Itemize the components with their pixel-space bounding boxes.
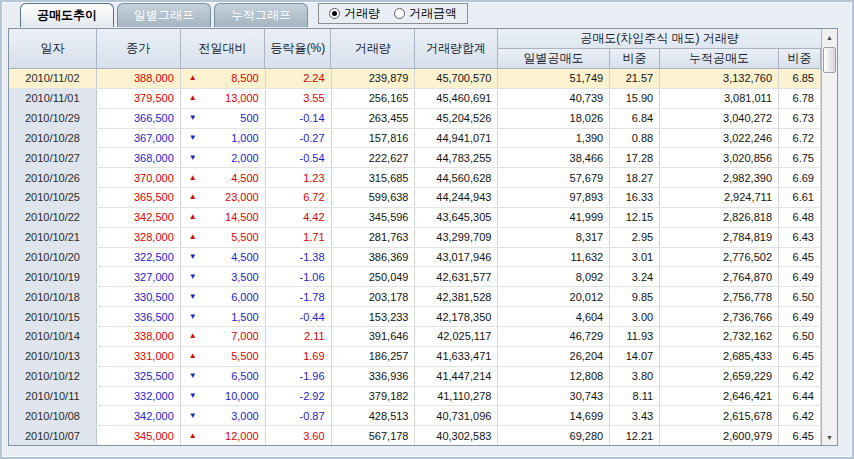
col-header-close[interactable]: 종가: [97, 29, 181, 69]
col-header-date[interactable]: 일자: [9, 29, 97, 69]
table-row[interactable]: 2010/10/12325,500▼6,500-1.96336,93641,44…: [9, 367, 821, 387]
table-row[interactable]: 2010/10/21328,000▲5,5001.71281,76343,299…: [9, 228, 821, 248]
cell-daily-short: 4,604: [498, 307, 610, 326]
up-arrow-icon: ▲: [189, 193, 197, 201]
cell-cum-ratio: 6.61: [779, 188, 821, 207]
cell-cum-short: 2,826,818: [660, 208, 779, 227]
cell-change: ▼3,500: [181, 267, 266, 286]
cell-change: ▲8,500: [181, 69, 266, 88]
cell-rate: -0.87: [266, 406, 332, 425]
cell-volume-total: 41,110,278: [415, 387, 498, 406]
scroll-down-button[interactable]: ▼: [822, 429, 837, 445]
cell-volume-total: 42,178,350: [415, 307, 498, 326]
col-header-volume[interactable]: 거래량: [331, 29, 415, 69]
table-row[interactable]: 2010/10/27368,000▼2,000-0.54222,62744,78…: [9, 148, 821, 168]
cell-date: 2010/10/28: [9, 129, 97, 148]
cell-change: ▼1,000: [181, 129, 266, 148]
down-arrow-icon: ▼: [189, 293, 197, 301]
cell-cum-short: 2,732,162: [660, 327, 779, 346]
col-group-short-selling: 공매도(차입주식 매도) 거래량 일별공매도 비중 누적공매도 비중: [498, 29, 821, 69]
cell-cum-ratio: 6.85: [779, 69, 821, 88]
col-header-rate[interactable]: 등락율(%): [265, 29, 331, 69]
table-row[interactable]: 2010/10/11332,000▼10,000-2.92379,18241,1…: [9, 387, 821, 407]
cell-volume: 186,257: [332, 347, 416, 366]
table-row[interactable]: 2010/10/07345,000▲12,0003.60567,17840,30…: [9, 426, 821, 445]
cell-daily-short: 11,632: [498, 248, 610, 267]
cell-volume: 379,182: [332, 387, 416, 406]
cell-date: 2010/10/11: [9, 387, 97, 406]
table-row[interactable]: 2010/10/29366,500▼500-0.14263,45545,204,…: [9, 109, 821, 129]
col-header-volume-total[interactable]: 거래량합계: [415, 29, 498, 69]
cell-close: 331,000: [97, 347, 181, 366]
tab-2[interactable]: 누적그래프: [214, 3, 308, 27]
table-row[interactable]: 2010/10/18330,500▼6,000-1.78203,17842,38…: [9, 287, 821, 307]
cell-cum-short: 2,784,819: [660, 228, 779, 247]
scrollbar-thumb[interactable]: [823, 47, 836, 73]
cell-daily-ratio: 15.90: [610, 89, 660, 108]
col-header-change[interactable]: 전일대비: [181, 29, 266, 69]
table-row[interactable]: 2010/10/26370,000▲4,5001.23315,68544,560…: [9, 168, 821, 188]
change-value: 1,500: [231, 311, 259, 323]
radio-icon[interactable]: [329, 8, 340, 19]
table-row[interactable]: 2010/10/08342,000▼3,000-0.87428,51340,73…: [9, 406, 821, 426]
down-arrow-icon: ▼: [189, 392, 197, 400]
cell-daily-ratio: 3.43: [610, 406, 660, 425]
cell-cum-ratio: 6.73: [779, 109, 821, 128]
up-arrow-icon: ▲: [189, 352, 197, 360]
cell-volume-total: 41,447,214: [415, 367, 498, 386]
cell-close: 379,500: [97, 89, 181, 108]
change-value: 6,500: [231, 370, 259, 382]
tab-1[interactable]: 일별그래프: [117, 3, 211, 27]
cell-volume: 428,513: [332, 406, 416, 425]
cell-daily-short: 41,999: [498, 208, 610, 227]
change-value: 12,000: [225, 430, 259, 442]
table-row[interactable]: 2010/10/25365,500▲23,0006.72599,63844,24…: [9, 188, 821, 208]
table-row[interactable]: 2010/10/22342,500▲14,5004.42345,59643,64…: [9, 208, 821, 228]
cell-close: 332,000: [97, 387, 181, 406]
cell-change: ▼6,500: [181, 367, 266, 386]
table-row[interactable]: 2010/11/01379,500▲13,0003.55256,16545,46…: [9, 89, 821, 109]
table-row[interactable]: 2010/10/15336,500▼1,500-0.44153,23342,17…: [9, 307, 821, 327]
vertical-scrollbar[interactable]: ▲ ▼: [821, 29, 837, 445]
scroll-up-button[interactable]: ▲: [822, 29, 837, 45]
cell-volume-total: 45,460,691: [415, 89, 498, 108]
cell-daily-ratio: 8.11: [610, 387, 660, 406]
cell-cum-ratio: 6.72: [779, 129, 821, 148]
table-row[interactable]: 2010/10/28367,000▼1,000-0.27157,81644,94…: [9, 129, 821, 149]
cell-cum-ratio: 6.42: [779, 367, 821, 386]
cell-cum-ratio: 6.44: [779, 387, 821, 406]
table-row[interactable]: 2010/10/14338,000▲7,0002.11391,64642,025…: [9, 327, 821, 347]
cell-close: 366,500: [97, 109, 181, 128]
cell-close: 368,000: [97, 148, 181, 167]
change-value: 5,500: [231, 350, 259, 362]
cell-volume-total: 40,302,583: [415, 426, 498, 445]
cell-daily-ratio: 2.95: [610, 228, 660, 247]
cell-daily-short: 51,749: [498, 69, 610, 88]
cell-date: 2010/10/07: [9, 426, 97, 445]
table-row[interactable]: 2010/10/19327,000▼3,500-1.06250,04942,63…: [9, 267, 821, 287]
cell-daily-ratio: 9.85: [610, 287, 660, 306]
col-header-cum-short[interactable]: 누적공매도: [660, 49, 779, 69]
table-row[interactable]: 2010/10/20322,500▼4,500-1.38386,36943,01…: [9, 248, 821, 268]
cell-cum-ratio: 6.49: [779, 307, 821, 326]
table-row[interactable]: 2010/10/13331,000▲5,5001.69186,25741,633…: [9, 347, 821, 367]
down-arrow-icon: ▼: [189, 253, 197, 261]
cell-change: ▲7,000: [181, 327, 266, 346]
radio-option-1[interactable]: 거래금액: [394, 5, 457, 22]
table-row[interactable]: 2010/11/02388,000▲8,5002.24239,87945,700…: [9, 69, 821, 89]
radio-option-0[interactable]: 거래량: [329, 5, 380, 22]
tab-0[interactable]: 공매도추이: [20, 3, 114, 27]
cell-volume-total: 45,700,570: [415, 69, 498, 88]
col-header-cum-ratio[interactable]: 비중: [779, 49, 821, 69]
col-header-daily-short[interactable]: 일별공매도: [498, 49, 610, 69]
cell-volume-total: 42,631,577: [415, 267, 498, 286]
cell-change: ▼3,000: [181, 406, 266, 425]
cell-cum-short: 2,924,711: [660, 188, 779, 207]
up-arrow-icon: ▲: [189, 432, 197, 440]
cell-daily-short: 30,743: [498, 387, 610, 406]
cell-date: 2010/10/29: [9, 109, 97, 128]
radio-icon[interactable]: [394, 8, 405, 19]
cell-date: 2010/10/20: [9, 248, 97, 267]
cell-change: ▼1,500: [181, 307, 266, 326]
col-header-daily-ratio[interactable]: 비중: [610, 49, 660, 69]
